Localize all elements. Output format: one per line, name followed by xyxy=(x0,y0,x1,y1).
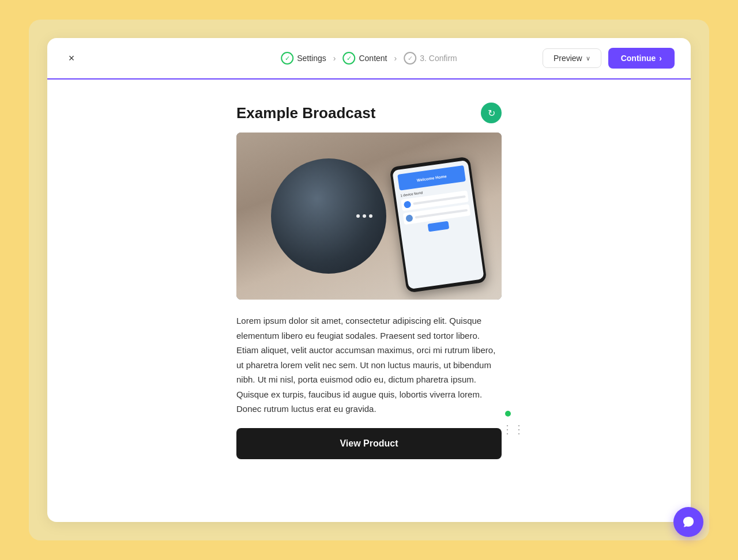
phone-line-1 xyxy=(413,195,466,205)
header-actions: Preview ∨ Continue › xyxy=(543,48,675,69)
step-2-label: Content xyxy=(359,54,387,63)
speaker-dot xyxy=(369,214,372,218)
step-1: ✓ Settings xyxy=(281,52,326,65)
step-3: ✓ 3. Confirm xyxy=(404,52,457,65)
broadcast-title-row: Example Broadcast ↻ xyxy=(236,103,502,123)
preview-button[interactable]: Preview ∨ xyxy=(543,48,601,68)
refresh-icon[interactable]: ↻ xyxy=(481,103,502,123)
step-arrow-2: › xyxy=(394,54,397,63)
phone-avatar-1 xyxy=(404,200,412,209)
speaker-dots xyxy=(356,214,372,218)
continue-button[interactable]: Continue › xyxy=(608,48,675,69)
phone-avatar-2 xyxy=(405,214,413,222)
close-button[interactable]: × xyxy=(63,50,80,66)
online-indicator xyxy=(505,411,511,417)
chat-fab[interactable] xyxy=(673,507,703,537)
speaker-dot xyxy=(363,214,366,218)
main-content: Example Broadcast ↻ xyxy=(47,80,691,522)
phone-line-2 xyxy=(415,209,468,219)
more-options-icon[interactable]: ⋮⋮ xyxy=(502,422,525,436)
broadcast-image: Welcome Home 1 device found xyxy=(236,133,502,300)
step-1-label: Settings xyxy=(297,54,326,63)
page-background: × ✓ Settings › ✓ Content › xyxy=(29,20,709,540)
phone-welcome-text: Welcome Home xyxy=(416,174,446,182)
chevron-down-icon: ∨ xyxy=(586,55,590,62)
broadcast-body-text: Lorem ipsum dolor sit amet, consectetur … xyxy=(236,313,502,417)
device-scene: Welcome Home 1 device found xyxy=(236,133,502,300)
speaker xyxy=(271,158,386,274)
step-arrow-1: › xyxy=(333,54,336,63)
step-2-check: ✓ xyxy=(342,52,355,65)
phone-screen: Welcome Home 1 device found xyxy=(392,160,484,289)
stepper: ✓ Settings › ✓ Content › ✓ xyxy=(281,52,457,65)
continue-arrow-icon: › xyxy=(659,54,662,63)
view-product-button[interactable]: View Product xyxy=(236,428,502,459)
step-2: ✓ Content xyxy=(342,52,387,65)
phone-btn xyxy=(428,221,450,232)
step-3-label: 3. Confirm xyxy=(420,54,457,63)
step-1-check: ✓ xyxy=(281,52,293,65)
broadcast-title: Example Broadcast xyxy=(236,104,375,122)
header: × ✓ Settings › ✓ Content › xyxy=(47,38,691,80)
speaker-dot xyxy=(356,214,360,218)
step-3-check: ✓ xyxy=(404,52,416,65)
main-card: × ✓ Settings › ✓ Content › xyxy=(47,38,691,522)
broadcast-preview: Example Broadcast ↻ xyxy=(236,103,502,459)
